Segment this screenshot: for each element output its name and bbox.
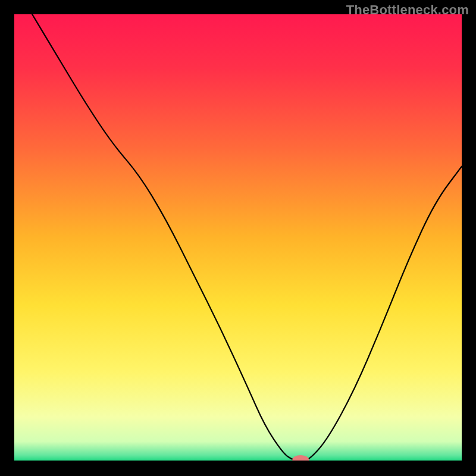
bottleneck-chart [14, 14, 462, 462]
chart-container: TheBottleneck.com [0, 0, 476, 476]
gradient-bg [14, 14, 462, 462]
